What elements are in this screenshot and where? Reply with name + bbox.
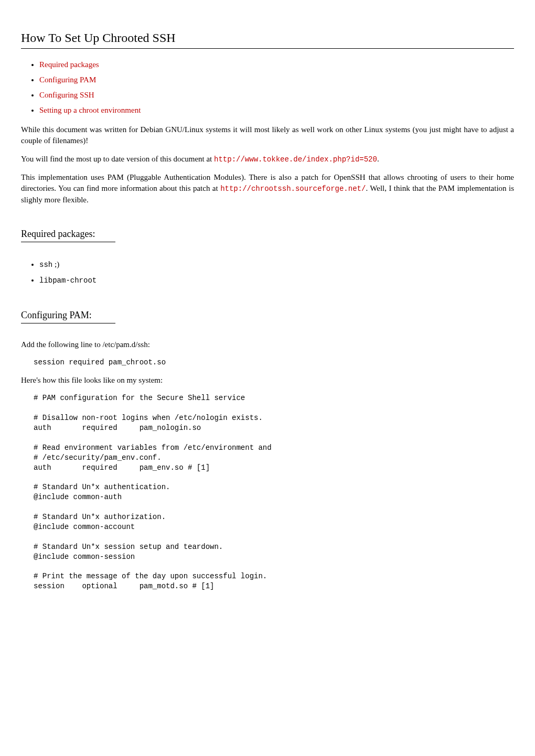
toc-item: Configuring PAM xyxy=(39,74,514,85)
list-item: libpam-chroot xyxy=(39,275,514,286)
pam-instruction-1: Add the following line to /etc/pam.d/ssh… xyxy=(21,339,514,350)
page-title: How To Set Up Chrooted SSH xyxy=(21,29,514,49)
chrootssh-url-link[interactable]: http://chrootssh.sourceforge.net/ xyxy=(220,185,366,193)
package-name: ssh xyxy=(39,261,52,269)
intro-paragraph-1: While this document was written for Debi… xyxy=(21,124,514,146)
required-packages-list: ssh ;) libpam-chroot xyxy=(21,259,514,286)
package-tail: ;) xyxy=(52,260,59,268)
intro-p2-text: You will find the most up to date versio… xyxy=(21,155,214,163)
required-packages-heading: Required packages: xyxy=(21,228,115,242)
toc-link-chroot-env[interactable]: Setting up a chroot environment xyxy=(39,106,141,114)
package-name: libpam-chroot xyxy=(39,276,97,285)
pam-instruction-2: Here's how this file looks like on my sy… xyxy=(21,375,514,386)
intro-p2-post: . xyxy=(377,155,379,163)
toc-link-required-packages[interactable]: Required packages xyxy=(39,60,99,69)
pam-code-block-1: session required pam_chroot.so xyxy=(34,358,514,368)
toc-item: Configuring SSH xyxy=(39,90,514,101)
toc-list: Required packages Configuring PAM Config… xyxy=(21,59,514,116)
pam-code-block-2: # PAM configuration for the Secure Shell… xyxy=(34,393,514,591)
intro-paragraph-2: You will find the most up to date versio… xyxy=(21,154,514,165)
toc-link-configuring-pam[interactable]: Configuring PAM xyxy=(39,75,96,84)
list-item: ssh ;) xyxy=(39,259,514,271)
toc-item: Setting up a chroot environment xyxy=(39,105,514,116)
configuring-pam-heading: Configuring PAM: xyxy=(21,309,115,323)
toc-item: Required packages xyxy=(39,59,514,70)
intro-paragraph-3: This implementation uses PAM (Pluggable … xyxy=(21,172,514,206)
toc-link-configuring-ssh[interactable]: Configuring SSH xyxy=(39,91,94,99)
doc-url-link[interactable]: http://www.tokkee.de/index.php?id=520 xyxy=(214,155,377,164)
